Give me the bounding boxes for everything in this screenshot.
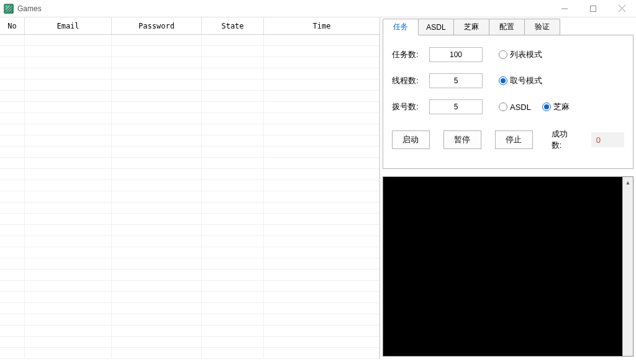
table-row[interactable] (0, 91, 379, 102)
dial-count-input[interactable] (429, 99, 483, 114)
table-row[interactable] (0, 270, 379, 281)
dial-count-label: 拨号数: (392, 101, 429, 112)
radio-icon (499, 50, 507, 59)
titlebar: Games (0, 0, 636, 17)
radio-list-mode[interactable]: 列表模式 (499, 49, 542, 60)
window-title: Games (17, 4, 42, 13)
pause-button[interactable]: 暂停 (443, 130, 481, 149)
console-scrollbar[interactable]: ▲ (622, 177, 633, 356)
scroll-up-icon[interactable]: ▲ (623, 177, 633, 188)
table-row[interactable] (0, 158, 379, 169)
row-dial-count: 拨号数: ASDL 芝麻 (392, 99, 624, 115)
control-panel: 任务 ASDL 芝麻 配置 验证 任务数: 列表模式 线程数: (380, 17, 636, 359)
radio-icon (499, 76, 507, 85)
radio-icon (499, 102, 507, 111)
data-table-panel: No Email Password State Time (0, 17, 380, 359)
table-row[interactable] (0, 236, 379, 247)
table-row[interactable] (0, 281, 379, 292)
tab-content-task: 任务数: 列表模式 线程数: 取号模式 (383, 35, 634, 169)
action-button-row: 启动 暂停 停止 成功数: 0 (392, 129, 624, 151)
start-button[interactable]: 启动 (392, 130, 430, 149)
close-button[interactable] (607, 0, 636, 17)
table-row[interactable] (0, 35, 379, 46)
table-row[interactable] (0, 214, 379, 225)
tab-zhima[interactable]: 芝麻 (453, 19, 489, 35)
table-row[interactable] (0, 102, 379, 113)
table-row[interactable] (0, 46, 379, 57)
thread-count-input[interactable] (429, 73, 483, 88)
radio-dial-zhima[interactable]: 芝麻 (542, 101, 570, 112)
table-body[interactable] (0, 35, 379, 359)
table-row[interactable] (0, 169, 379, 180)
row-thread-count: 线程数: 取号模式 (392, 73, 624, 89)
table-header: No Email Password State Time (0, 17, 379, 35)
table-row[interactable] (0, 113, 379, 124)
col-header-state[interactable]: State (202, 17, 264, 34)
row-task-count: 任务数: 列表模式 (392, 47, 624, 63)
table-row[interactable] (0, 292, 379, 303)
table-row[interactable] (0, 80, 379, 91)
table-row[interactable] (0, 325, 379, 337)
task-count-label: 任务数: (392, 49, 429, 60)
table-row[interactable] (0, 225, 379, 236)
success-count-label: 成功数: (552, 129, 578, 151)
table-row[interactable] (0, 135, 379, 147)
col-header-no[interactable]: No (0, 17, 25, 34)
table-row[interactable] (0, 124, 379, 135)
tab-config[interactable]: 配置 (489, 19, 525, 35)
table-row[interactable] (0, 180, 379, 191)
table-row[interactable] (0, 303, 379, 314)
thread-count-label: 线程数: (392, 75, 429, 86)
table-row[interactable] (0, 314, 379, 325)
col-header-time[interactable]: Time (264, 17, 379, 34)
success-count-value: 0 (591, 132, 624, 147)
table-row[interactable] (0, 68, 379, 80)
tab-verify[interactable]: 验证 (524, 19, 560, 35)
radio-label: 取号模式 (510, 75, 542, 86)
radio-label: 芝麻 (553, 101, 570, 112)
svg-rect-1 (591, 6, 596, 11)
table-row[interactable] (0, 247, 379, 258)
task-count-input[interactable] (429, 47, 483, 62)
maximize-button[interactable] (579, 0, 607, 17)
tab-asdl[interactable]: ASDL (418, 19, 454, 35)
main-area: No Email Password State Time 任务 ASDL 芝麻 … (0, 17, 636, 359)
table-row[interactable] (0, 337, 379, 348)
radio-label: 列表模式 (510, 49, 542, 60)
app-icon (4, 4, 14, 14)
table-row[interactable] (0, 147, 379, 158)
table-row[interactable] (0, 258, 379, 270)
table-row[interactable] (0, 202, 379, 214)
tab-task[interactable]: 任务 (383, 19, 419, 35)
tab-strip: 任务 ASDL 芝麻 配置 验证 (383, 19, 634, 35)
console-output[interactable]: ▲ (383, 176, 634, 357)
radio-icon (542, 102, 551, 111)
window-controls (550, 0, 636, 17)
table-row[interactable] (0, 57, 379, 68)
radio-label: ASDL (510, 102, 531, 112)
minimize-button[interactable] (550, 0, 579, 17)
radio-dial-asdl[interactable]: ASDL (499, 102, 531, 112)
radio-fetch-mode[interactable]: 取号模式 (499, 75, 542, 86)
stop-button[interactable]: 停止 (495, 130, 533, 149)
col-header-email[interactable]: Email (25, 17, 112, 34)
table-row[interactable] (0, 348, 379, 359)
table-row[interactable] (0, 191, 379, 202)
col-header-password[interactable]: Password (112, 17, 202, 34)
